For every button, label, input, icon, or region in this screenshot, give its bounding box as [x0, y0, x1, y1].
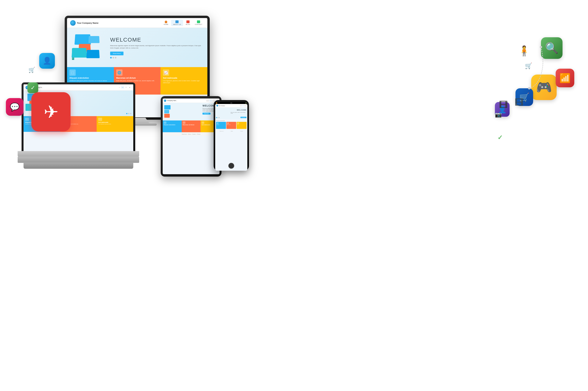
- laptop-bottom: [23, 162, 133, 169]
- small-cart-icon: 🛒: [28, 67, 35, 73]
- feature-icon-1: ⬚: [69, 70, 76, 76]
- tile-5: [86, 50, 100, 58]
- hero-content: WELCOME Maecenas egestas sapien sit amet…: [110, 37, 203, 58]
- phone-nav-2[interactable]: [242, 105, 244, 106]
- feature-icon-2: 🌐: [116, 70, 123, 76]
- home-icon: [164, 20, 168, 23]
- laptop-nav-item[interactable]: ⌂: [118, 86, 121, 89]
- contact-icon: [197, 20, 200, 23]
- laptop-screen: Your Company N... ⌂ ● ≡ ✉: [23, 84, 133, 153]
- hero-tiles: [71, 34, 106, 61]
- film-icon-2: 🎞: [515, 98, 523, 107]
- user-icon: 👤: [43, 57, 52, 65]
- tablet-company: Company Nam...: [167, 100, 177, 101]
- nav-contact[interactable]: CONTACT: [193, 20, 204, 26]
- person-blue-icon: 🧍: [518, 45, 530, 57]
- blog-icon: [186, 20, 190, 23]
- laptop-nav-item-3[interactable]: ≡: [125, 86, 128, 89]
- laptop-base: [18, 151, 139, 157]
- check-app-icon[interactable]: ✓: [27, 82, 38, 93]
- phone-website: Your Company WELCOME Maecenas egestas sa…: [215, 104, 247, 171]
- website-header: Your Company Name HOME ABOUT US: [67, 18, 207, 28]
- check-right-icon: ✓: [497, 134, 503, 141]
- laptop-nav-item-4[interactable]: ✉: [128, 86, 131, 89]
- dot-3[interactable]: [115, 57, 116, 58]
- feature-text-3: Cras dignissim, placerat, amet ut diam l…: [163, 80, 205, 84]
- phone-nav: [240, 105, 246, 106]
- phone-battery: 🔋: [245, 102, 247, 103]
- tablet-read-more[interactable]: Read More: [202, 113, 210, 114]
- tile-4: [71, 48, 87, 58]
- laptop-header: Your Company N... ⌂ ● ≡ ✉: [23, 84, 133, 91]
- tablet-header: Company Nam...: [163, 98, 219, 103]
- gamepad-icon: 🎮: [536, 80, 552, 95]
- gamepad-app-icon[interactable]: 🎮: [531, 75, 557, 100]
- website-hero: FEEDBACK WELCOME Maecenas egestas sapien…: [67, 28, 207, 67]
- film-icon-1: 🎞: [499, 100, 508, 110]
- nav-about[interactable]: ABOUT US: [171, 20, 183, 26]
- feature-icon-3: 📈: [163, 70, 169, 76]
- phone-nav-3[interactable]: [244, 105, 246, 106]
- nav-home[interactable]: HOME: [162, 20, 170, 26]
- phone-network: 📶: [216, 102, 217, 103]
- globe-icon: [70, 20, 76, 26]
- tablet-nav-2[interactable]: [209, 100, 212, 102]
- phone-footer-link-1[interactable]: Read more: [220, 131, 224, 132]
- dot-2[interactable]: [113, 57, 114, 58]
- feature-title-3: Sed malesuada: [163, 77, 205, 79]
- airplane-icon: ✈: [44, 102, 59, 122]
- laptop-nav-item-2[interactable]: ●: [121, 86, 124, 89]
- search-icon: 🔍: [545, 42, 559, 55]
- phone-frame: 📶 3:41 🔋 Your Company WE: [214, 100, 249, 171]
- nav-blog[interactable]: BLOG: [184, 20, 192, 26]
- phone-company: Your Company: [219, 105, 225, 106]
- phone-home-button[interactable]: [228, 163, 234, 169]
- check-icon: ✓: [31, 85, 35, 91]
- phone-read-more[interactable]: Read More: [241, 117, 246, 118]
- camera-icon: 📷: [495, 111, 502, 118]
- hero-title: WELCOME: [110, 37, 203, 43]
- chat-icon: 💬: [10, 102, 20, 112]
- tablet-screen: Company Nam... WELCOME Maecenas egestas …: [163, 98, 219, 174]
- about-icon: [175, 20, 179, 23]
- phone: 📶 3:41 🔋 Your Company WE: [214, 100, 249, 171]
- laptop-nav: ⌂ ● ≡ ✉: [118, 86, 131, 89]
- phone-screen: Your Company WELCOME Maecenas egestas sa…: [215, 104, 247, 171]
- feature-title-2: Maecenas vel dictum: [116, 77, 158, 79]
- laptop-screen-frame: Your Company N... ⌂ ● ≡ ✉: [22, 82, 135, 155]
- laptop-keyboard: [18, 157, 139, 163]
- phone-time: 3:41: [230, 102, 232, 103]
- airplane-app-icon[interactable]: ✈: [31, 92, 70, 131]
- hero-dots: [110, 57, 203, 58]
- phone-footer-link-2[interactable]: About: [231, 131, 233, 132]
- laptop: Your Company N... ⌂ ● ≡ ✉: [18, 82, 139, 169]
- phone-status-bar: 📶 3:41 🔋: [215, 102, 247, 104]
- phone-footer: Read more About Contact: [215, 130, 247, 132]
- tablet: Company Nam... WELCOME Maecenas egestas …: [161, 96, 221, 177]
- phone-footer-link-3[interactable]: Contact: [240, 131, 243, 132]
- search-app-icon[interactable]: 🔍: [541, 37, 563, 59]
- rss-app-icon[interactable]: 📶: [556, 69, 574, 87]
- company-name: Your Company Name: [77, 22, 98, 24]
- chat-app-icon[interactable]: 💬: [6, 98, 23, 116]
- phone-nav-1[interactable]: [240, 105, 242, 106]
- tablet-website: Company Nam... WELCOME Maecenas egestas …: [163, 98, 219, 174]
- small-cart-right-icon: 🛒: [525, 62, 532, 69]
- phone-hero: WELCOME Maecenas egestas sapien sit amet…: [215, 107, 247, 119]
- website-logo: Your Company Name: [70, 20, 98, 26]
- hero-body: Maecenas egestas sapien sit amet magna l…: [110, 45, 203, 49]
- phone-globe: [216, 105, 218, 106]
- rss-icon: 📶: [559, 73, 571, 83]
- feature-title-1: Aliquam eratvolution: [69, 77, 112, 79]
- phone-header: Your Company: [215, 104, 247, 107]
- dot-1[interactable]: [110, 57, 112, 58]
- tile-2: [88, 36, 100, 43]
- tablet-nav-1[interactable]: [206, 100, 209, 102]
- tablet-frame: Company Nam... WELCOME Maecenas egestas …: [161, 96, 221, 177]
- read-more-button[interactable]: Read More: [110, 52, 124, 55]
- user-app-icon[interactable]: 👤: [39, 53, 55, 69]
- tablet-globe: [164, 99, 166, 102]
- phone-section-label: Aliquam eratvolution: [216, 120, 247, 121]
- feature-card-3: 📈 Sed malesuada Cras dignissim, placerat…: [161, 67, 207, 95]
- website-nav: HOME ABOUT US BLOG CONTACT: [162, 20, 204, 26]
